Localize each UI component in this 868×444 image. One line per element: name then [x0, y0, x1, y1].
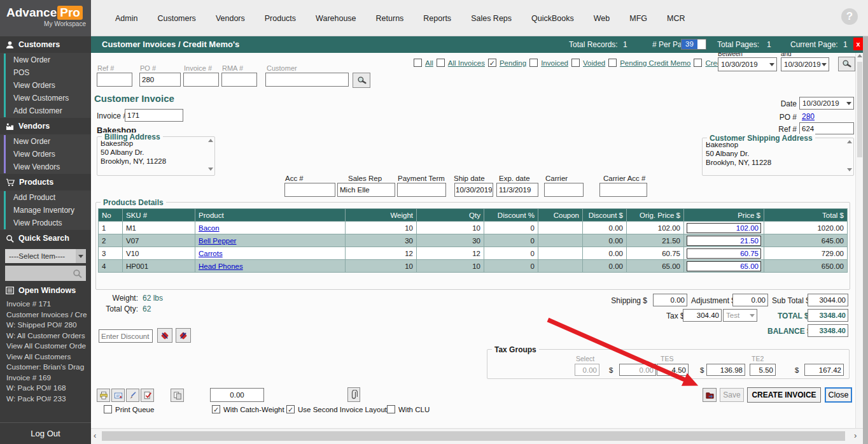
copy-button[interactable] [171, 389, 184, 402]
filter-all-invoices-label[interactable]: All Invoices [448, 59, 485, 67]
print-queue-checkbox[interactable] [104, 405, 112, 413]
customer-search-input[interactable] [265, 73, 349, 87]
sales-rep-input[interactable] [337, 183, 395, 197]
filter-pending-label[interactable]: Pending [500, 59, 526, 67]
invoice-date-select[interactable]: 10/30/2019 [799, 97, 854, 110]
open-window-item[interactable]: View All Customer Orde [0, 341, 91, 352]
with-clu-checkbox[interactable] [387, 405, 395, 413]
sidebar-item-manage-inventory[interactable]: Manage Inventory [4, 204, 91, 217]
horizontal-scroll-thumb[interactable] [102, 431, 845, 441]
memo-button[interactable] [111, 389, 125, 402]
logout-button[interactable]: Log Out [0, 422, 91, 444]
date-to-select[interactable]: 10/30/2019 [781, 57, 829, 71]
date-from-select[interactable]: 10/30/2019 [718, 57, 777, 71]
horizontal-scrollbar[interactable]: ‹ › [91, 428, 863, 444]
catch-weight-checkbox[interactable]: ✓ [212, 405, 220, 413]
open-window-item[interactable]: View All Customers [0, 352, 91, 362]
price-input[interactable]: 21.50 [687, 236, 761, 246]
quick-search-input[interactable] [5, 266, 86, 281]
scroll-left-icon[interactable]: ‹ [94, 431, 96, 440]
nav-mfg[interactable]: MFG [629, 14, 647, 23]
sidebar-item-view-vendors[interactable]: View Vendors [4, 161, 91, 173]
nav-mcr[interactable]: MCR [667, 14, 685, 23]
product-link[interactable]: Head Phones [199, 262, 243, 270]
vertical-scroll-thumb[interactable] [857, 62, 862, 157]
scroll-down-icon[interactable] [208, 168, 213, 171]
nav-quickbooks[interactable]: QuickBooks [531, 14, 574, 23]
sidebar-item-add-customer[interactable]: Add Customer [4, 104, 91, 117]
sidebar-item-view-products[interactable]: View Products [4, 217, 91, 229]
nav-customers[interactable]: Customers [157, 14, 195, 23]
tax-input[interactable] [683, 309, 722, 322]
scroll-up-icon[interactable] [857, 54, 862, 57]
billing-scroll[interactable] [208, 139, 213, 171]
quick-search-select[interactable]: ----Select Item---- [5, 249, 86, 263]
per-page-input[interactable]: 39 [681, 39, 706, 50]
sidebar-item-view-orders[interactable]: View Orders [4, 79, 91, 92]
filter-all-label[interactable]: All [425, 59, 433, 67]
save-button[interactable]: Save [720, 388, 744, 402]
nav-returns[interactable]: Returns [376, 14, 404, 23]
export-button[interactable] [703, 388, 717, 402]
acc-input[interactable] [284, 183, 335, 197]
filter-voided-label[interactable]: Voided [583, 59, 605, 67]
ref-input[interactable] [799, 122, 854, 134]
carrier-acc-input[interactable] [599, 183, 647, 197]
open-window-item[interactable]: Invoice # 169 [0, 373, 91, 383]
product-link[interactable]: Carrots [199, 250, 223, 257]
attachment-button[interactable] [347, 387, 360, 402]
ref-search-input[interactable] [97, 73, 132, 87]
carrier-input[interactable] [544, 183, 584, 197]
help-icon[interactable]: ? [841, 8, 858, 25]
scroll-up-icon[interactable] [847, 140, 852, 143]
enter-discount-input[interactable] [99, 329, 153, 343]
ship-date-input[interactable] [454, 183, 493, 197]
nav-reports[interactable]: Reports [423, 14, 451, 23]
open-window-item[interactable]: W: Pack PO# 233 [0, 394, 91, 405]
open-window-item[interactable]: Invoice # 171 [0, 299, 91, 310]
po-link[interactable]: 280 [802, 112, 815, 121]
filter-pending-credit-memo-checkbox[interactable] [608, 59, 617, 67]
sidebar-item-view-customers[interactable]: View Customers [4, 92, 91, 104]
tax-group-rate-input[interactable] [657, 364, 689, 376]
nav-products[interactable]: Products [265, 14, 296, 23]
invoice-search-input[interactable] [183, 73, 219, 87]
product-link[interactable]: Bell Pepper [199, 237, 236, 245]
adjustment-input[interactable] [732, 294, 768, 306]
scroll-right-icon[interactable]: › [854, 431, 857, 440]
nav-sales-reps[interactable]: Sales Reps [471, 14, 512, 23]
create-invoice-button[interactable]: CREATE INVOICE [747, 387, 821, 403]
nav-web[interactable]: Web [594, 14, 610, 23]
payment-term-input[interactable] [397, 183, 446, 197]
search-button[interactable] [353, 73, 370, 88]
sidebar-item-vendor-view-orders[interactable]: View Orders [4, 148, 91, 161]
filter-all-invoices-checkbox[interactable] [437, 59, 445, 67]
void-button[interactable] [141, 389, 154, 402]
filter-invoiced-checkbox[interactable] [529, 59, 538, 67]
rma-search-input[interactable] [221, 73, 257, 87]
amount-input[interactable] [210, 388, 264, 402]
chevron-down-icon[interactable] [76, 249, 86, 263]
close-window-button[interactable]: x [853, 38, 863, 50]
apply-discount-button[interactable] [157, 328, 172, 343]
price-input[interactable]: 102.00 [687, 223, 761, 233]
brush-button[interactable] [126, 389, 139, 402]
scroll-down-icon[interactable] [847, 168, 852, 171]
price-input[interactable]: 60.75 [687, 248, 761, 259]
shipping-input[interactable] [653, 294, 687, 306]
nav-admin[interactable]: Admin [115, 14, 137, 23]
sidebar-item-vendor-new-order[interactable]: New Order [4, 135, 91, 148]
filter-credit-memo-checkbox[interactable] [694, 59, 702, 67]
product-link[interactable]: Bacon [199, 224, 220, 232]
open-window-item[interactable]: Customer: Brian's Drag [0, 362, 91, 373]
sidebar-item-pos[interactable]: POS [4, 66, 91, 79]
sidebar-item-add-product[interactable]: Add Product [4, 191, 91, 204]
open-window-item[interactable]: W: Pack PO# 168 [0, 383, 91, 394]
filter-pending-checkbox[interactable]: ✓ [488, 59, 496, 67]
tax-group-rate-input[interactable] [575, 364, 599, 376]
open-window-item[interactable]: W: All Customer Orders [0, 331, 91, 341]
sidebar-item-new-order[interactable]: New Order [4, 54, 91, 66]
po-search-input[interactable] [139, 73, 181, 87]
nav-warehouse[interactable]: Warehouse [316, 14, 356, 23]
nav-vendors[interactable]: Vendors [216, 14, 245, 23]
